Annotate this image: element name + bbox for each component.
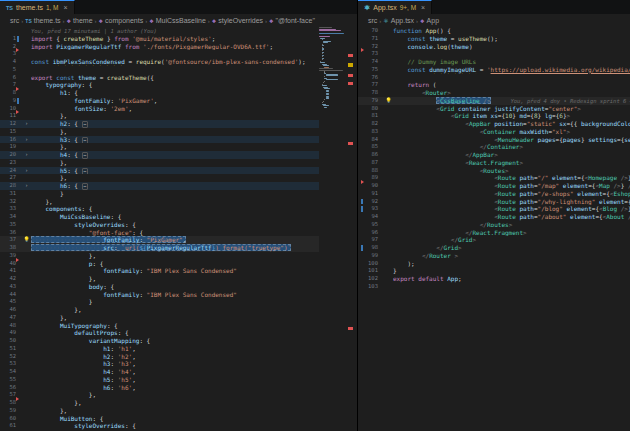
code-line[interactable]: 44 fontFamily: "IBM Plex Sans Condensed" (0, 291, 319, 299)
line-number[interactable]: 19 (0, 143, 22, 151)
blame-annotation[interactable]: You, před 17 minutami | 1 author (You) (0, 27, 319, 35)
fold-chevron-icon[interactable]: › (22, 167, 31, 175)
code-line[interactable]: 4const ibmPlexSansCondensed = require('@… (0, 58, 319, 66)
code-line[interactable]: 23 }, (0, 159, 319, 167)
line-number[interactable]: 2 (0, 43, 22, 51)
line-number[interactable]: 91 (358, 190, 384, 198)
line-number[interactable]: 9 (0, 97, 22, 105)
line-number[interactable]: 42 (0, 275, 22, 283)
line-number[interactable]: 4 (0, 58, 22, 66)
code-line[interactable]: 103 (358, 283, 630, 291)
line-number[interactable]: 8 (0, 89, 22, 97)
code-line[interactable]: 102export default App; (358, 275, 630, 283)
code-line[interactable]: 37💡····················fontFamily: "PixG… (0, 236, 319, 244)
breadcrumb-item[interactable]: ❖theme (67, 17, 93, 24)
line-number[interactable]: 60 (0, 415, 22, 423)
code-line[interactable]: 1import { createTheme } from '@mui/mater… (0, 35, 319, 43)
line-number[interactable]: 40 (0, 260, 22, 268)
code-line[interactable]: 73 (358, 50, 630, 58)
fold-chevron-icon[interactable]: › (22, 120, 31, 128)
line-number[interactable]: 27 (0, 174, 22, 182)
line-number[interactable]: 83 (358, 128, 384, 136)
code-line[interactable]: 76 (358, 74, 630, 82)
line-number[interactable]: 89 (358, 174, 384, 182)
line-number[interactable]: 41 (0, 267, 22, 275)
code-line[interactable]: 72 console.log(theme) (358, 43, 630, 51)
line-number[interactable]: 95 (358, 221, 384, 229)
tab-theme-ts[interactable]: TS theme.ts 1, M × (0, 0, 75, 14)
code-line[interactable]: 99 </Router > (358, 252, 630, 260)
line-number[interactable]: 11 (0, 112, 22, 120)
line-number[interactable]: 92 (358, 198, 384, 206)
tab-app-tsx[interactable]: ⚛ App.tsx 9+, M × (358, 0, 432, 14)
line-number[interactable]: 58 (0, 399, 22, 407)
code-line[interactable]: 53 h3: 'h3', (0, 360, 319, 368)
line-number[interactable]: 75 (358, 66, 384, 74)
code-line[interactable]: 19 }, (0, 143, 319, 151)
code-line[interactable]: 27 }, (0, 174, 319, 182)
code-line[interactable]: 98 </Grid> (358, 244, 630, 252)
code-line[interactable]: 78 <Router> (358, 89, 630, 97)
code-line[interactable]: 93 <Route path="/blog" element={<Blog />… (358, 205, 630, 213)
line-number[interactable]: 6 (0, 74, 22, 82)
code-line[interactable]: 40 p: { (0, 260, 319, 268)
close-icon[interactable]: × (421, 4, 425, 11)
code-line[interactable]: 8 h1: { (0, 89, 319, 97)
breadcrumb-item[interactable]: TStheme.ts (25, 17, 60, 24)
line-number[interactable]: 48 (0, 322, 22, 330)
breadcrumb-item[interactable]: ⚛App.tsx (383, 17, 414, 24)
line-number[interactable]: 81 (358, 112, 384, 120)
code-line[interactable]: 84 <MenuHeader pages={pages} settings={s… (358, 136, 630, 144)
breadcrumb-item[interactable]: src (10, 17, 19, 24)
code-line[interactable]: 45 } (0, 298, 319, 306)
close-icon[interactable]: × (64, 4, 68, 11)
code-line[interactable]: 61 styleOverrides: { (0, 422, 319, 430)
code-line[interactable]: 39 }, (0, 252, 319, 260)
code-line[interactable]: 97 </Grid> (358, 236, 630, 244)
code-line[interactable]: 94 <Route path="/about" element={<About … (358, 213, 630, 221)
line-number[interactable]: 51 (0, 345, 22, 353)
code-line[interactable]: 92 <Route path="/why-lightning" element=… (358, 198, 630, 206)
line-number[interactable]: 54 (0, 368, 22, 376)
breadcrumb-item[interactable]: ❖"@font-face" (269, 17, 315, 24)
code-line[interactable]: 86 </AppBar> (358, 151, 630, 159)
code-line[interactable]: 47 }, (0, 314, 319, 322)
line-number[interactable]: 97 (358, 236, 384, 244)
line-number[interactable]: 20 (0, 151, 22, 159)
line-number[interactable]: 86 (358, 151, 384, 159)
code-line[interactable]: 87 <React.Fragment> (358, 159, 630, 167)
lightbulb-icon[interactable]: 💡 (23, 236, 29, 242)
line-number[interactable]: 23 (0, 159, 22, 167)
breadcrumb-item[interactable]: ❖App (420, 17, 439, 24)
line-number[interactable]: 12 (0, 120, 22, 128)
breadcrumb-item[interactable]: ❖components (99, 17, 144, 24)
line-number[interactable]: 87 (358, 159, 384, 167)
code-line[interactable]: 85 </Container> (358, 143, 630, 151)
line-number[interactable]: 1 (0, 35, 22, 43)
code-line[interactable]: 36 "@font-face": { (0, 229, 319, 237)
line-number[interactable]: 96 (358, 229, 384, 237)
line-number[interactable]: 78 (358, 89, 384, 97)
code-line[interactable]: 32 }, (0, 198, 319, 206)
line-number[interactable]: 46 (0, 306, 22, 314)
code-line[interactable]: 16› h3: { ⋯ (0, 136, 319, 144)
breadcrumb-item[interactable]: src (368, 17, 377, 24)
line-number[interactable]: 85 (358, 143, 384, 151)
line-number[interactable]: 103 (358, 283, 384, 291)
code-line[interactable]: 43 body: { (0, 283, 319, 291)
code-line[interactable]: 20› h4: { ⋯ (0, 151, 319, 159)
line-number[interactable]: 94 (358, 213, 384, 221)
code-line[interactable]: 75 const dummyImageURL = 'https://upload… (358, 66, 630, 74)
code-line[interactable]: 83 <Container maxWidth="xl"> (358, 128, 630, 136)
line-number[interactable]: 36 (0, 229, 22, 237)
line-number[interactable]: 34 (0, 213, 22, 221)
line-number[interactable]: 43 (0, 283, 22, 291)
line-number[interactable]: 28 (0, 182, 22, 190)
code-line[interactable]: 57 }, (0, 391, 319, 399)
line-number[interactable]: 61 (0, 422, 22, 430)
line-number[interactable]: 80 (358, 105, 384, 113)
line-number[interactable]: 15 (0, 128, 22, 136)
line-number[interactable]: 37 (0, 236, 22, 244)
code-line[interactable]: 9 fontFamily: 'PixGamer', (0, 97, 319, 105)
line-number[interactable]: 57 (0, 391, 22, 399)
